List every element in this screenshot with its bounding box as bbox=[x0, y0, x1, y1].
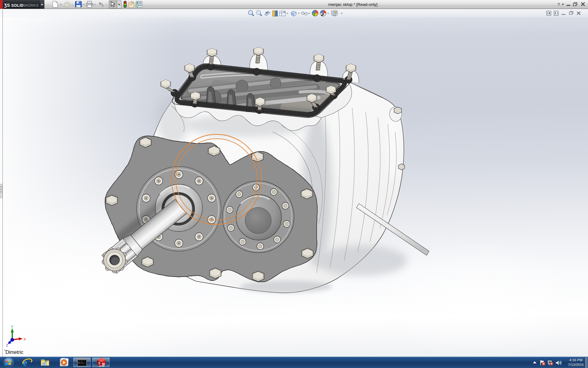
svg-text:Z: Z bbox=[6, 344, 8, 347]
svg-text:Y: Y bbox=[11, 325, 13, 328]
svg-text:X: X bbox=[24, 337, 26, 341]
svg-text:2015: 2015 bbox=[99, 365, 104, 367]
svg-text:C:\_: C:\_ bbox=[78, 361, 84, 364]
svg-text:?: ? bbox=[557, 2, 560, 7]
